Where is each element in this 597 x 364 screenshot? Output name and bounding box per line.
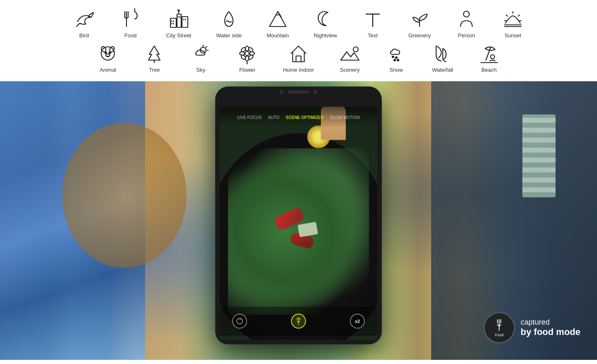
icon-scenery-label: Scenery <box>340 67 360 73</box>
captured-text: captured <box>521 318 580 327</box>
icon-sky-label: Sky <box>197 67 206 73</box>
svg-rect-47 <box>296 56 301 62</box>
svg-point-38 <box>245 46 249 51</box>
scene-icons-section: Bird Food <box>0 0 597 81</box>
icon-water-side: Water side <box>216 8 242 39</box>
camera-mode-bar: LIVE FOCUS AUTO SCENE OPTIMIZER SLOW MOT… <box>220 107 377 128</box>
svg-point-50 <box>392 56 394 58</box>
phone-body: LIVE FOCUS AUTO SCENE OPTIMIZER SLOW MOT… <box>216 87 381 344</box>
food-circle-label: Food <box>495 333 504 337</box>
icon-nightview-label: Nightview <box>314 32 337 39</box>
bg-pan <box>62 123 187 268</box>
zoom-level: x2 <box>355 319 360 324</box>
icons-row-1: Bird Food <box>73 8 524 39</box>
svg-point-0 <box>88 16 90 17</box>
mode-scene-optimizer: SCENE OPTIMIZER <box>286 115 324 119</box>
icon-water-side-label: Water side <box>216 32 242 39</box>
svg-point-40 <box>240 52 245 55</box>
icon-home-indoor-label: Home Indoor <box>283 67 314 73</box>
icon-snow: Snow <box>386 43 407 73</box>
svg-point-52 <box>396 57 397 58</box>
svg-point-56 <box>397 59 399 61</box>
zoom-button[interactable]: x2 <box>350 314 365 329</box>
food-mode-badge: Food captured by food mode <box>484 312 580 343</box>
icon-home-indoor: Home Indoor <box>283 43 314 73</box>
mode-auto: AUTO <box>268 115 279 119</box>
svg-point-41 <box>250 52 255 55</box>
icon-person: Person <box>456 8 477 39</box>
icon-tree: Tree <box>143 43 165 73</box>
svg-point-58 <box>490 55 495 59</box>
svg-point-30 <box>106 54 110 56</box>
svg-line-35 <box>206 46 207 47</box>
phone-top-bar <box>280 90 317 94</box>
icon-mountain: Mountain <box>267 8 289 39</box>
svg-rect-5 <box>182 17 188 27</box>
icon-sunset: Sunset <box>502 8 524 39</box>
icon-city-street: City Street <box>166 8 192 39</box>
icon-flower: Flower <box>236 43 258 73</box>
icon-scenery: Scenery <box>339 43 361 73</box>
front-camera-2 <box>314 90 317 94</box>
icon-waterfall: Waterfall <box>432 43 454 73</box>
icon-text: Text <box>362 8 383 39</box>
icon-waterfall-label: Waterfall <box>432 67 453 73</box>
svg-point-37 <box>245 51 249 56</box>
icon-city-street-label: City Street <box>166 32 192 39</box>
svg-line-20 <box>518 15 519 16</box>
mode-live-focus: LIVE FOCUS <box>237 115 262 119</box>
svg-point-29 <box>109 52 111 53</box>
icon-beach-label: Beach <box>481 67 497 73</box>
svg-point-28 <box>105 52 107 53</box>
icon-food-label: Food <box>124 32 137 39</box>
svg-point-39 <box>245 56 249 61</box>
icon-beach: Beach <box>478 43 500 73</box>
svg-point-54 <box>394 59 396 61</box>
icon-bird: Bird <box>73 8 95 39</box>
phone-screen: LIVE FOCUS AUTO SCENE OPTIMIZER SLOW MOT… <box>220 107 377 340</box>
icon-animal-label: Animal <box>100 67 116 73</box>
gallery-button[interactable] <box>232 314 247 329</box>
food-icon-circle: Food <box>484 312 515 343</box>
icon-tree-label: Tree <box>149 67 160 73</box>
svg-point-17 <box>464 11 469 17</box>
icon-greenery: Greenery <box>408 8 431 39</box>
camera-controls: x2 <box>220 307 377 336</box>
food-mode-button[interactable] <box>291 314 306 329</box>
by-food-mode-text: by food mode <box>521 327 580 337</box>
mode-slow-motion: SLOW MOTION <box>330 115 360 119</box>
icon-sky: Sky <box>190 43 211 73</box>
speaker-grille <box>288 91 309 93</box>
icon-flower-label: Flower <box>239 67 255 73</box>
icon-person-label: Person <box>458 32 475 39</box>
bg-cup <box>522 114 556 197</box>
icons-row-2: Animal Tree Sky <box>97 43 500 73</box>
svg-point-48 <box>353 47 358 52</box>
icon-bird-label: Bird <box>79 32 89 39</box>
icon-food: Food <box>120 8 141 39</box>
icon-greenery-label: Greenery <box>408 32 431 39</box>
phone-device: LIVE FOCUS AUTO SCENE OPTIMIZER SLOW MOT… <box>216 87 381 344</box>
icon-snow-label: Snow <box>389 67 403 73</box>
icon-nightview: Nightview <box>314 8 337 39</box>
icon-sunset-label: Sunset <box>505 32 521 39</box>
photo-section: LIVE FOCUS AUTO SCENE OPTIMIZER SLOW MOT… <box>0 81 597 360</box>
svg-rect-4 <box>177 14 181 27</box>
icon-animal: Animal <box>97 43 119 73</box>
icon-mountain-label: Mountain <box>267 32 289 39</box>
svg-line-19 <box>506 15 507 16</box>
icon-text-label: Text <box>368 32 378 39</box>
svg-point-60 <box>237 318 243 324</box>
front-camera <box>280 90 283 94</box>
screen-content: LIVE FOCUS AUTO SCENE OPTIMIZER SLOW MOT… <box>220 107 377 340</box>
food-badge-text: captured by food mode <box>521 318 580 337</box>
